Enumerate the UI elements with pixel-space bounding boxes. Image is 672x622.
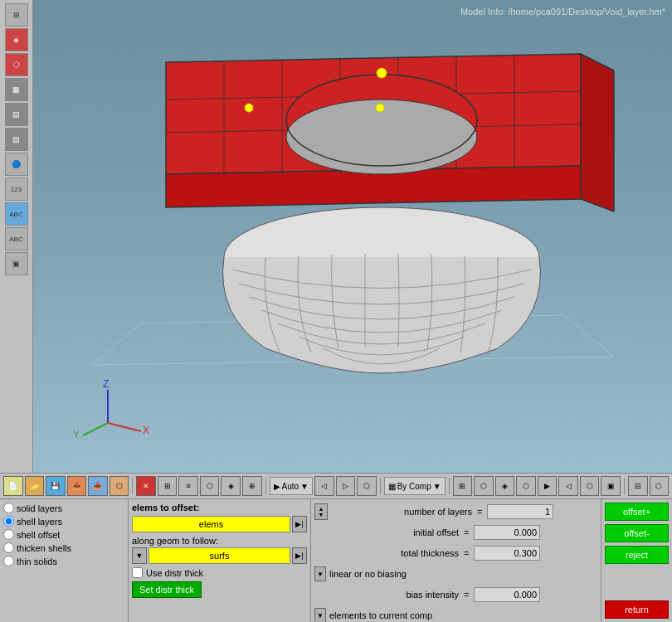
toolbar-icon-8[interactable]: 123 bbox=[5, 177, 28, 201]
elem-comp-label: elements to current comp bbox=[326, 610, 432, 620]
bias-intensity-eq: = bbox=[464, 590, 474, 600]
tool-new[interactable]: 📄 bbox=[3, 476, 23, 496]
sep-5 bbox=[624, 478, 625, 494]
svg-line-23 bbox=[83, 423, 108, 435]
tool-8[interactable]: ⊞ bbox=[158, 476, 178, 496]
radio-shell-layers[interactable]: shell layers bbox=[3, 516, 124, 527]
elems-input[interactable] bbox=[132, 516, 290, 532]
svg-text:Y: Y bbox=[73, 429, 80, 440]
tool-14[interactable]: ▷ bbox=[336, 476, 356, 496]
return-button[interactable]: return bbox=[605, 600, 669, 619]
auto-label: Auto bbox=[282, 482, 299, 491]
bias-intensity-input[interactable] bbox=[474, 587, 540, 602]
radio-thin-solids[interactable]: thin solids bbox=[3, 556, 124, 566]
tool-13[interactable]: ◁ bbox=[314, 476, 334, 496]
num-layers-label: number of layers bbox=[328, 507, 477, 517]
tool-11[interactable]: ◈ bbox=[221, 476, 241, 496]
surfs-down-btn[interactable]: ▼ bbox=[132, 547, 147, 564]
tool-10[interactable]: ⬡ bbox=[200, 476, 220, 496]
shell-offset-label: shell offset bbox=[17, 530, 60, 540]
tool-open[interactable]: 📂 bbox=[25, 476, 45, 496]
svg-point-18 bbox=[376, 104, 384, 112]
tool-18[interactable]: ◈ bbox=[495, 476, 515, 496]
sep-2 bbox=[265, 478, 266, 494]
toolbar-icon-6[interactable]: ▨ bbox=[5, 128, 28, 151]
toolbar-icon-5[interactable]: ▤ bbox=[5, 103, 28, 126]
left-toolbar: ⊞ ◈ ⬡ ▦ ▤ ▨ 🔵 123 ABC ABC ▣ bbox=[0, 0, 33, 473]
num-layers-updown[interactable]: ▲▼ bbox=[314, 503, 328, 520]
offset-minus-button[interactable]: offset- bbox=[605, 524, 669, 542]
surfs-input[interactable] bbox=[149, 547, 290, 564]
tool-15[interactable]: ⬡ bbox=[357, 476, 377, 496]
bias-intensity-label: bias intensity bbox=[314, 590, 464, 600]
radio-solid-layers[interactable]: solid layers bbox=[3, 503, 124, 513]
viewport[interactable]: Model Info: /home/pca091/Desktop/Void_la… bbox=[33, 0, 672, 473]
num-layers-input[interactable] bbox=[487, 504, 553, 519]
initial-offset-row: initial offset = bbox=[314, 523, 597, 542]
auto-dropdown[interactable]: ▶ Auto ▼ bbox=[270, 477, 313, 495]
thin-solids-label: thin solids bbox=[17, 556, 57, 566]
biasing-down-btn[interactable]: ▼ bbox=[314, 566, 326, 581]
bias-intensity-row: bias intensity = bbox=[314, 586, 597, 604]
elems-to-offset-label: elems to offset: bbox=[132, 503, 307, 513]
tool-20[interactable]: ▶ bbox=[538, 476, 558, 496]
svg-marker-4 bbox=[581, 54, 614, 211]
use-distr-thick-label: Use distr thick bbox=[146, 568, 203, 578]
tool-5[interactable]: 📥 bbox=[88, 476, 108, 496]
surfs-nav-btn[interactable]: ▶| bbox=[292, 547, 307, 564]
svg-point-17 bbox=[245, 104, 253, 112]
tool-6[interactable]: ⬡ bbox=[110, 476, 129, 496]
use-distr-thick-checkbox[interactable] bbox=[132, 567, 143, 578]
reject-button[interactable]: reject bbox=[605, 546, 669, 564]
bycomp-dropdown[interactable]: ▦ By Comp ▼ bbox=[384, 477, 446, 495]
tool-19[interactable]: ⬡ bbox=[516, 476, 536, 496]
model-svg: Z X Y bbox=[33, 0, 672, 473]
tool-9[interactable]: ≡ bbox=[178, 476, 198, 496]
tool-save[interactable]: 💾 bbox=[46, 476, 66, 496]
toolbar-icon-4[interactable]: ▦ bbox=[5, 78, 28, 101]
tool-16[interactable]: ⊞ bbox=[453, 476, 473, 496]
toolbar-icon-7[interactable]: 🔵 bbox=[5, 153, 28, 176]
shell-layers-label: shell layers bbox=[17, 517, 62, 527]
tool-4[interactable]: 📤 bbox=[67, 476, 87, 496]
toolbar-icon-3[interactable]: ⬡ bbox=[5, 53, 28, 76]
tool-delete[interactable]: ✕ bbox=[136, 476, 156, 496]
toolbar-icon-1[interactable]: ⊞ bbox=[5, 3, 28, 27]
tool-23[interactable]: ▣ bbox=[601, 476, 621, 496]
toolbar-icon-11[interactable]: ▣ bbox=[5, 252, 28, 275]
along-geom-label: along geom to follow: bbox=[132, 536, 307, 546]
tool-24[interactable]: ⊟ bbox=[628, 476, 648, 496]
offset-plus-button[interactable]: offset+ bbox=[605, 503, 669, 521]
radio-shell-offset[interactable]: shell offset bbox=[3, 529, 124, 540]
tool-12[interactable]: ⊕ bbox=[242, 476, 262, 496]
tool-25[interactable]: ⬡ bbox=[650, 476, 670, 496]
right-panel: ▲▼ number of layers = initial offset = t… bbox=[311, 499, 601, 622]
radio-thicken-shells[interactable]: thicken shells bbox=[3, 542, 124, 553]
bycomp-chevron: ▼ bbox=[433, 482, 441, 491]
svg-point-16 bbox=[377, 68, 387, 78]
bycomp-label: By Comp bbox=[397, 482, 431, 491]
solid-layers-label: solid layers bbox=[17, 503, 62, 513]
far-right-panel: offset+ offset- reject return bbox=[601, 499, 672, 622]
tool-21[interactable]: ◁ bbox=[558, 476, 578, 496]
toolbar-icon-10[interactable]: ABC bbox=[5, 227, 28, 250]
initial-offset-input[interactable] bbox=[474, 525, 540, 540]
elems-input-row: ▶| bbox=[132, 516, 307, 532]
toolbar-icon-2[interactable]: ◈ bbox=[5, 28, 28, 51]
elems-nav-btn[interactable]: ▶| bbox=[292, 516, 307, 532]
tool-22[interactable]: ⬡ bbox=[580, 476, 600, 496]
elem-comp-row: ▼ elements to current comp bbox=[314, 606, 597, 622]
total-thickness-input[interactable] bbox=[474, 546, 540, 561]
num-layers-eq: = bbox=[477, 507, 487, 517]
set-distr-thick-button[interactable]: Set distr thick bbox=[132, 581, 202, 598]
total-thickness-row: total thickness = bbox=[314, 544, 597, 562]
thicken-shells-label: thicken shells bbox=[17, 543, 71, 553]
initial-offset-label: initial offset bbox=[314, 527, 464, 537]
toolbar-icon-9[interactable]: ABC bbox=[5, 202, 28, 226]
total-thickness-eq: = bbox=[464, 548, 474, 558]
total-thickness-label: total thickness bbox=[314, 548, 464, 558]
dropdown-chevron: ▼ bbox=[300, 482, 309, 491]
initial-offset-eq: = bbox=[464, 527, 474, 537]
elem-comp-down-btn[interactable]: ▼ bbox=[314, 608, 326, 622]
tool-17[interactable]: ⬡ bbox=[474, 476, 494, 496]
